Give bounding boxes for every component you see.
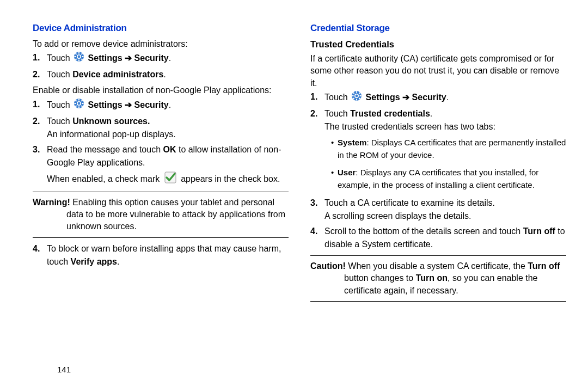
text: Touch a CA certificate to examine its de…: [324, 198, 495, 207]
text: When you disable a system CA certificate…: [346, 261, 528, 271]
text: .: [169, 53, 171, 63]
bullet-user: User: Displays any CA certificates that …: [331, 167, 566, 191]
step-2: 2. Touch Unknown sources. An information…: [47, 115, 289, 141]
text: Touch: [324, 109, 350, 118]
step-2: 2. Touch Trusted credentials. The truste…: [324, 107, 566, 191]
text: An informational pop-up displays.: [47, 128, 289, 141]
svg-point-11: [77, 101, 81, 105]
text: .: [446, 93, 449, 102]
step-4: 4. Scroll to the bottom of the details s…: [324, 225, 566, 251]
caution-note: Caution! When you disable a system CA ce…: [310, 260, 566, 297]
right-column: Credential Storage Trusted Credentials I…: [310, 22, 566, 306]
svg-rect-13: [78, 106, 79, 108]
page-number: 141: [57, 365, 71, 374]
left-column: Device Administration To add or remove d…: [33, 22, 289, 306]
text-bold: Trusted credentials: [350, 109, 430, 118]
text-bold: Security: [409, 93, 446, 102]
divider: [33, 237, 289, 238]
bullet-list: System: Displays CA certificates that ar…: [324, 137, 566, 191]
text-bold: Device administrators: [72, 70, 163, 79]
text: button changes to: [344, 273, 416, 283]
settings-gear-icon: [74, 98, 84, 113]
svg-rect-25: [352, 95, 354, 96]
text: Enabling this option causes your tablet …: [66, 198, 285, 231]
svg-rect-24: [356, 99, 357, 101]
text: appears in the check box.: [181, 174, 280, 183]
subheading-trusted: Trusted Credentials: [310, 38, 566, 51]
text: The trusted credentials screen has two t…: [324, 120, 566, 133]
text: Touch: [47, 100, 72, 109]
list-2: 1. Touch Settings ➔ Security. 2. Touch U…: [33, 98, 289, 187]
list-2-cont: 4. To block or warn before installing ap…: [33, 242, 289, 268]
text-bold: Settings: [88, 53, 125, 63]
text: .: [169, 100, 171, 109]
text: When enabled, a check mark: [47, 174, 162, 183]
text: Scroll to the bottom of the details scre…: [324, 226, 523, 236]
text: Touch: [47, 70, 72, 79]
arrow-icon: ➔: [402, 93, 409, 102]
heading-device-admin: Device Administration: [33, 22, 289, 35]
text-bold: Turn off: [523, 226, 555, 236]
divider: [33, 192, 289, 192]
step-1: 1. Touch Settings ➔ Security.: [47, 51, 289, 66]
svg-rect-14: [75, 103, 76, 104]
text-bold: User: [338, 168, 356, 177]
svg-point-1: [77, 55, 81, 58]
text-bold: System: [338, 138, 366, 147]
text-bold: Turn off: [528, 261, 560, 271]
text-bold: Security: [132, 53, 169, 63]
when-enabled: When enabled, a check mark appears in th…: [47, 171, 289, 187]
step-2: 2. Touch Device administrators.: [47, 68, 289, 81]
intro-enable-disable: Enable or disable installation of non-Go…: [33, 84, 289, 96]
text-bold: Settings: [88, 100, 125, 109]
divider: [310, 255, 566, 256]
svg-rect-15: [82, 103, 84, 104]
text-bold: Settings: [366, 93, 403, 102]
caution-label: Caution!: [310, 261, 346, 271]
step-4: 4. To block or warn before installing ap…: [47, 242, 289, 268]
svg-rect-5: [82, 56, 84, 57]
text-bold: Verify apps: [71, 257, 117, 266]
svg-rect-4: [75, 56, 76, 57]
warning-label: Warning!: [33, 198, 70, 207]
warning-note: Warning! Enabling this option causes you…: [33, 197, 289, 233]
text-bold: Security: [132, 100, 169, 109]
text: Touch: [47, 53, 72, 63]
intro-add-remove: To add or remove device administrators:: [33, 38, 289, 50]
settings-gear-icon: [351, 90, 362, 105]
step-3: 3. Touch a CA certificate to examine its…: [324, 197, 566, 223]
step-1: 1. Touch Settings ➔ Security.: [47, 98, 289, 113]
arrow-icon: ➔: [125, 100, 132, 109]
text: Touch: [324, 93, 350, 102]
svg-rect-26: [360, 95, 362, 96]
text: .: [430, 109, 432, 118]
bullet-system: System: Displays CA certificates that ar…: [331, 137, 566, 161]
svg-rect-23: [356, 91, 357, 93]
svg-rect-3: [78, 60, 79, 62]
svg-rect-2: [78, 52, 79, 54]
text: .: [117, 257, 119, 266]
text-bold: OK: [163, 145, 176, 154]
settings-gear-icon: [74, 51, 84, 66]
text: A scrolling screen displays the details.: [324, 210, 566, 223]
step-1: 1. Touch Settings ➔ Security.: [324, 90, 566, 105]
checkmark-icon: [164, 171, 176, 187]
text: : Displays any CA certificates that you …: [338, 168, 538, 189]
text: Touch: [47, 117, 72, 126]
text: Read the message and touch: [47, 145, 163, 154]
text-bold: Turn on: [416, 273, 448, 283]
arrow-icon: ➔: [125, 53, 132, 63]
text-bold: Unknown sources.: [72, 117, 150, 126]
svg-rect-12: [78, 99, 79, 100]
list-1: 1. Touch Settings ➔ Security. 2. Touch D…: [33, 51, 289, 81]
text: .: [163, 70, 166, 79]
divider: [310, 301, 566, 302]
intro-ca: If a certificate authority (CA) certific…: [310, 53, 566, 89]
step-3: 3. Read the message and touch OK to allo…: [47, 143, 289, 187]
text: : Displays CA certificates that are perm…: [338, 138, 566, 160]
svg-point-22: [355, 94, 358, 97]
list-trusted: 1. Touch Settings ➔ Security. 2. Touch T…: [310, 90, 566, 251]
heading-credential-storage: Credential Storage: [310, 22, 566, 35]
